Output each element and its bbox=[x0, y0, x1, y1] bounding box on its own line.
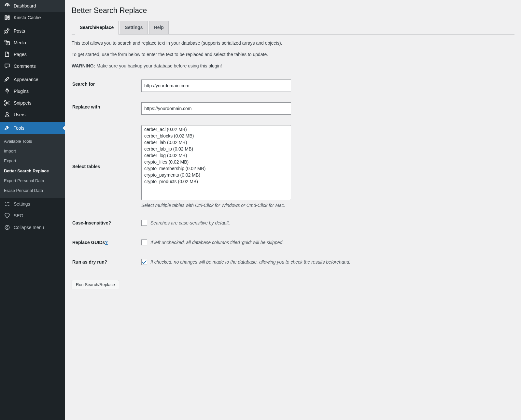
tab-wrapper: Search/ReplaceSettingsHelp bbox=[72, 21, 514, 35]
sidebar-item-label: Settings bbox=[14, 201, 30, 207]
wrench-icon bbox=[4, 125, 10, 131]
table-option[interactable]: crypto_payments (0.02 MB) bbox=[142, 172, 290, 178]
sidebar-item-settings[interactable]: Settings bbox=[0, 198, 65, 210]
sidebar-item-kinsta-cache[interactable]: Kinsta Cache bbox=[0, 12, 65, 23]
table-option[interactable]: cerber_log (0.02 MB) bbox=[142, 152, 290, 159]
intro-warning: WARNING: Make sure you backup your datab… bbox=[72, 63, 514, 69]
sidebar-item-label: SEO bbox=[14, 213, 23, 218]
dashboard-icon bbox=[4, 3, 10, 9]
scissors-icon bbox=[4, 100, 10, 106]
collapse-icon bbox=[4, 224, 10, 231]
table-option[interactable]: cerber_lab_ip (0.02 MB) bbox=[142, 146, 290, 152]
sidebar-item-label: Kinsta Cache bbox=[14, 15, 41, 20]
intro-line2: To get started, use the form below to en… bbox=[72, 51, 514, 58]
select-tables-hint: Select multiple tables with Ctrl-Click f… bbox=[141, 203, 511, 208]
sidebar-item-label: Tools bbox=[14, 125, 24, 131]
select-tables-input[interactable]: cerber_acl (0.02 MB)cerber_blocks (0.02 … bbox=[141, 125, 291, 200]
case-insensitive-checkbox[interactable] bbox=[141, 220, 147, 226]
sidebar-item-collapse-menu[interactable]: Collapse menu bbox=[0, 222, 65, 233]
main-content: Better Search Replace Search/ReplaceSett… bbox=[65, 0, 521, 420]
sidebar-item-plugins[interactable]: Plugins bbox=[0, 85, 65, 97]
sidebar-item-label: Pages bbox=[14, 52, 27, 57]
dry-run-label: Run as dry run? bbox=[72, 253, 137, 271]
submenu: Available ToolsImportExportBetter Search… bbox=[0, 134, 65, 198]
user-icon bbox=[4, 111, 10, 118]
sliders-icon bbox=[4, 201, 10, 207]
select-tables-label: Select tables bbox=[72, 120, 137, 213]
sidebar-item-label: Media bbox=[14, 40, 26, 45]
submenu-item-export-personal-data[interactable]: Export Personal Data bbox=[0, 176, 65, 186]
sidebar-item-dashboard[interactable]: Dashboard bbox=[0, 0, 65, 12]
seo-icon bbox=[4, 212, 10, 219]
sidebar-item-label: Collapse menu bbox=[14, 225, 44, 230]
sidebar-item-pages[interactable]: Pages bbox=[0, 49, 65, 60]
intro-line1: This tool allows you to search and repla… bbox=[72, 40, 514, 47]
table-option[interactable]: cerber_acl (0.02 MB) bbox=[142, 126, 290, 133]
submenu-item-better-search-replace[interactable]: Better Search Replace bbox=[0, 166, 65, 176]
sidebar-item-tools[interactable]: Tools bbox=[0, 122, 65, 134]
submenu-item-import[interactable]: Import bbox=[0, 146, 65, 156]
sidebar-item-label: Snippets bbox=[14, 100, 31, 106]
submenu-item-erase-personal-data[interactable]: Erase Personal Data bbox=[0, 186, 65, 196]
pin-icon bbox=[4, 28, 10, 34]
page-title: Better Search Replace bbox=[72, 3, 514, 16]
replace-with-label: Replace with bbox=[72, 97, 137, 120]
replace-guids-desc: If left unchecked, all database columns … bbox=[150, 240, 284, 245]
warning-label: WARNING: bbox=[72, 63, 95, 68]
search-for-input[interactable] bbox=[141, 80, 291, 92]
sidebar-item-users[interactable]: Users bbox=[0, 109, 65, 121]
replace-with-input[interactable] bbox=[141, 102, 291, 115]
replace-guids-checkbox[interactable] bbox=[141, 239, 147, 245]
intro-text: This tool allows you to search and repla… bbox=[72, 40, 514, 69]
comment-icon bbox=[4, 63, 10, 69]
table-option[interactable]: crypto_files (0.02 MB) bbox=[142, 159, 290, 165]
case-insensitive-label: Case-Insensitive? bbox=[72, 213, 137, 232]
pages-icon bbox=[4, 51, 10, 58]
submenu-item-available-tools[interactable]: Available Tools bbox=[0, 137, 65, 146]
sidebar-item-appearance[interactable]: Appearance bbox=[0, 74, 65, 85]
case-insensitive-desc: Searches are case-sensitive by default. bbox=[150, 220, 230, 225]
sidebar-item-label: Appearance bbox=[14, 77, 38, 82]
dry-run-checkbox[interactable] bbox=[141, 259, 147, 265]
tab-search-replace[interactable]: Search/Replace bbox=[75, 21, 119, 35]
sidebar-item-label: Users bbox=[14, 112, 26, 117]
form-table: Search for Replace with Select tables ce… bbox=[72, 74, 514, 272]
plug-icon bbox=[4, 88, 10, 94]
brush-icon bbox=[4, 76, 10, 83]
media-icon bbox=[4, 39, 10, 46]
sidebar-item-label: Dashboard bbox=[14, 3, 36, 8]
dry-run-desc: If checked, no changes will be made to t… bbox=[150, 259, 350, 265]
sidebar-item-label: Plugins bbox=[14, 89, 29, 94]
submit-button[interactable]: Run Search/Replace bbox=[72, 280, 119, 289]
table-option[interactable]: crypto_membership (0.02 MB) bbox=[142, 165, 290, 172]
search-for-label: Search for bbox=[72, 75, 137, 97]
replace-guids-help-link[interactable]: ? bbox=[105, 240, 108, 245]
table-option[interactable]: cerber_lab (0.02 MB) bbox=[142, 139, 290, 146]
sidebar-item-label: Posts bbox=[14, 28, 25, 34]
replace-guids-label: Replace GUIDs? bbox=[72, 233, 137, 252]
tab-settings[interactable]: Settings bbox=[120, 21, 148, 35]
table-option[interactable]: cerber_blocks (0.02 MB) bbox=[142, 133, 290, 139]
admin-sidebar: DashboardKinsta CachePostsMediaPagesComm… bbox=[0, 0, 65, 420]
sidebar-item-media[interactable]: Media bbox=[0, 37, 65, 49]
sidebar-item-label: Comments bbox=[14, 64, 36, 69]
sidebar-item-snippets[interactable]: Snippets bbox=[0, 97, 65, 109]
sidebar-item-posts[interactable]: Posts bbox=[0, 25, 65, 37]
warning-text: Make sure you backup your database befor… bbox=[95, 63, 222, 68]
kinsta-icon bbox=[4, 14, 10, 21]
tab-help[interactable]: Help bbox=[149, 21, 169, 35]
table-option[interactable]: crypto_products (0.02 MB) bbox=[142, 178, 290, 185]
submenu-item-export[interactable]: Export bbox=[0, 156, 65, 166]
sidebar-item-comments[interactable]: Comments bbox=[0, 60, 65, 72]
sidebar-item-seo[interactable]: SEO bbox=[0, 210, 65, 222]
